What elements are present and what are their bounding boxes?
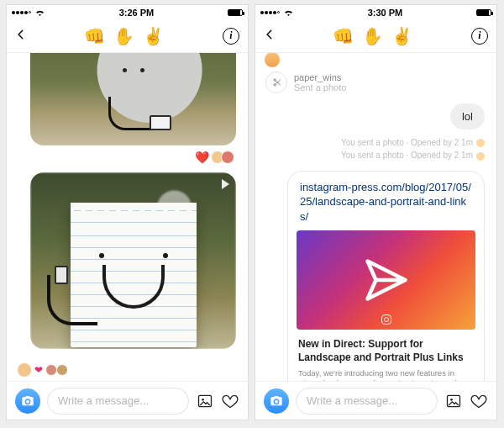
info-button[interactable]: i [471,28,488,45]
status-time: 3:26 PM [119,8,155,18]
avatar [17,362,32,378]
read-receipt: You sent a photo · Opened by 2 1m [264,138,485,147]
battery-icon [228,9,243,16]
nav-bar: 👊 ✋ ✌️ i [7,19,248,53]
link-hero-image [297,230,475,330]
instagram-icon [381,314,391,325]
link-description: Today, we're introducing two new feature… [298,368,474,381]
sender-username: paper_wins [294,72,346,82]
message-text: lol [462,110,473,123]
message-reactions[interactable]: ❤️ [15,151,234,164]
like-button[interactable] [470,392,488,410]
seen-indicator: ❤ [17,362,68,378]
incoming-message-bubble[interactable]: lol [450,103,485,129]
message-list[interactable]: ❤️ ❤ [7,53,248,381]
photo-message-notepad[interactable] [30,172,236,349]
link-url: instagram-press.com/blog/2017/05/25/land… [288,172,484,231]
composer: Write a message... [255,381,496,420]
status-bar: 3:26 PM [7,5,248,19]
play-icon [222,179,229,189]
status-bar: 3:30 PM [255,5,496,19]
composer: Write a message... [7,381,248,420]
camera-button[interactable] [15,388,40,414]
status-time: 3:30 PM [368,8,403,18]
receipt-avatar [476,139,485,147]
gallery-button[interactable] [196,392,214,410]
link-preview-card[interactable]: instagram-press.com/blog/2017/05/25/land… [287,171,485,381]
svg-point-1 [202,399,204,401]
chat-title: 👊 ✋ ✌️ [333,26,413,46]
avatar [264,53,281,68]
receipt-avatar [476,152,485,161]
wifi-icon [283,8,294,16]
reaction-avatar [56,364,68,376]
gallery-button[interactable] [444,392,463,410]
message-placeholder: Write a message... [307,394,397,407]
paper-plane-icon [361,255,412,305]
back-button[interactable] [15,29,27,44]
camera-button[interactable] [264,388,289,414]
back-button[interactable] [264,29,276,44]
heart-icon: ❤ [34,364,43,376]
read-receipt: You sent a photo · Opened by 2 1m [264,151,485,160]
message-input[interactable]: Write a message... [47,388,189,415]
nav-bar: 👊 ✋ ✌️ i [255,19,496,53]
screenshot-right: 3:30 PM 👊 ✋ ✌️ i paper_wins Sent a photo… [255,4,497,420]
signal-dots-icon [12,11,31,14]
battery-icon [476,9,491,16]
svg-point-3 [450,399,453,401]
message-list[interactable]: paper_wins Sent a photo lol You sent a p… [255,53,496,381]
reaction-avatar [45,364,57,376]
info-button[interactable]: i [223,28,239,45]
wifi-icon [34,8,45,16]
avatar-scissors[interactable] [265,71,287,93]
reaction-avatar [221,151,234,164]
screenshot-left: 3:26 PM 👊 ✋ ✌️ i ❤️ [6,4,249,420]
sender-subtitle: Sent a photo [294,82,346,92]
signal-dots-icon [260,11,280,14]
photo-message-rock[interactable] [30,53,236,145]
message-input[interactable]: Write a message... [296,388,438,415]
chat-title: 👊 ✋ ✌️ [84,26,165,46]
message-placeholder: Write a message... [58,394,149,407]
link-title: New in Direct: Support for Landscape and… [298,338,474,364]
heart-icon: ❤️ [195,151,209,164]
like-button[interactable] [221,392,239,410]
